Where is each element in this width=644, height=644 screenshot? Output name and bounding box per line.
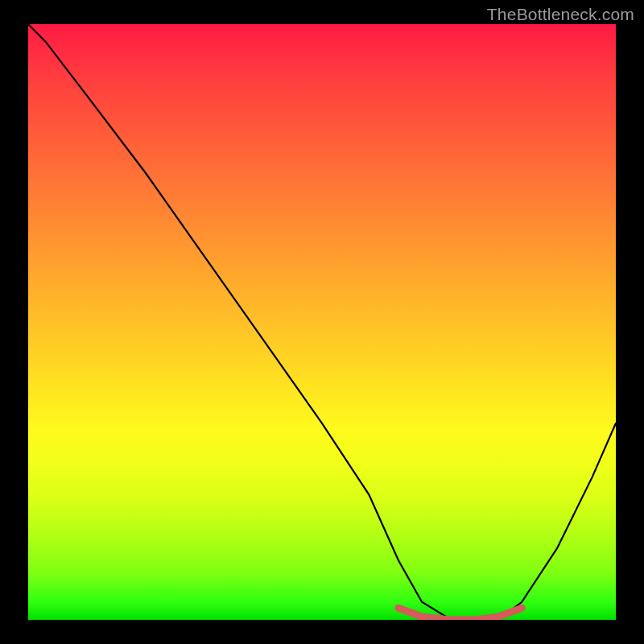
optimum-marker [398, 608, 522, 620]
chart-frame: TheBottleneck.com [0, 0, 644, 644]
chart-plot-area [28, 24, 616, 620]
watermark-text: TheBottleneck.com [487, 5, 634, 24]
chart-svg [28, 24, 616, 620]
bottleneck-curve [28, 24, 616, 620]
